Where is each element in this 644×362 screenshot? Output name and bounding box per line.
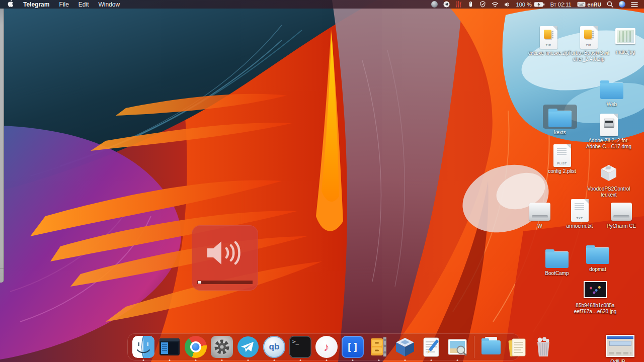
desktop-icon-label: 85b9468b1c085a eef767a…e620.jpg: [571, 303, 619, 315]
folder-icon: [548, 111, 572, 127]
dock-item-finder[interactable]: [132, 335, 155, 358]
menu-file[interactable]: File: [59, 1, 68, 8]
desktop-icon-window-screenshot[interactable]: OdlUB…: [596, 334, 644, 362]
battery-icon: [534, 2, 545, 8]
chrome-icon: [185, 336, 207, 358]
image-file-icon: [615, 28, 635, 44]
finder-icon: [132, 336, 154, 358]
image-file-icon: [584, 281, 607, 298]
dock-item-itunes[interactable]: ♪: [315, 335, 338, 358]
zip-file-icon: ZIP: [540, 26, 557, 49]
documents-stack-icon: [506, 336, 528, 358]
dock-item-file-manager[interactable]: [158, 335, 181, 358]
running-indicator: [405, 359, 406, 361]
input-source-switcher[interactable]: enRU: [577, 2, 601, 8]
desktop-icon-mate-jpg[interactable]: mate.jpg: [601, 24, 644, 55]
downloads-folder-icon: [480, 336, 502, 358]
desktop-icon-label: config 2.plist: [538, 168, 586, 174]
running-indicator: [378, 359, 380, 361]
desktop-icon-armocrm-txt[interactable]: TXT armocrm.txt: [555, 198, 604, 229]
desktop-icon-label: dopmat: [574, 266, 622, 273]
kext-bundle-icon: [599, 163, 618, 183]
dock-item-archiver[interactable]: [367, 335, 390, 358]
desktop-icon-label: OdlUB…: [596, 359, 644, 362]
music-note-icon: ♪: [315, 336, 338, 358]
dock-item-trash[interactable]: [532, 335, 555, 358]
status-mouse-icon[interactable]: [467, 1, 474, 8]
running-indicator: [431, 359, 432, 361]
running-indicator: [143, 359, 144, 361]
running-indicator: [352, 359, 354, 361]
notification-center-icon[interactable]: [631, 2, 638, 8]
textedit-icon: [420, 336, 442, 358]
running-indicator: [300, 359, 301, 361]
plist-file-icon: PLIST: [553, 144, 571, 167]
brackets-icon: []: [342, 336, 364, 358]
dock-item-documents-stack[interactable]: [506, 335, 529, 358]
dock: qb >_ ♪ []: [127, 333, 520, 360]
menu-bar-clock[interactable]: Вт 02:11: [550, 2, 572, 8]
dock-item-brackets[interactable]: []: [341, 335, 364, 358]
dock-item-system-preferences[interactable]: [210, 335, 233, 358]
desktop: Telegram File Edit Window: [0, 0, 644, 362]
menu-edit[interactable]: Edit: [78, 1, 89, 8]
external-drive-icon: [611, 203, 632, 221]
siri-icon[interactable]: [619, 1, 625, 8]
desktop-icon-pycharm-drive[interactable]: PyCharm CE: [597, 198, 644, 229]
qbittorrent-icon: qb: [263, 336, 285, 358]
speaker-icon: [205, 238, 245, 267]
status-volume-icon[interactable]: [504, 2, 511, 8]
folder-icon: [586, 247, 609, 264]
status-telegram-icon[interactable]: [443, 1, 450, 8]
desktop-icon-voodoo-kext[interactable]: VoodooPS2Control ler.kext: [585, 161, 633, 198]
battery-status[interactable]: 100 %: [516, 2, 545, 8]
apple-menu[interactable]: [8, 0, 14, 9]
offscreen-window-edge[interactable]: [0, 9, 4, 283]
desktop-icon-adobe-dmg[interactable]: Adobe-Zii-2_2-for- Adobe-C…C17.dmg: [585, 113, 633, 150]
running-indicator: [326, 359, 328, 361]
keyboard-icon: [577, 2, 586, 7]
desktop-icon-label: Adobe-Zii-2_2-for- Adobe-C…C17.dmg: [585, 138, 633, 150]
dock-item-chrome[interactable]: [184, 335, 207, 358]
dock-item-preview[interactable]: [446, 335, 469, 358]
dock-separator: [474, 336, 474, 358]
running-indicator: [274, 359, 275, 361]
external-drive-icon: [529, 203, 550, 221]
dock-item-virtualbox[interactable]: [393, 335, 417, 358]
volume-level-bar: [197, 281, 253, 284]
menu-window[interactable]: Window: [99, 1, 120, 8]
spotlight-search-icon[interactable]: [607, 1, 613, 8]
status-globe-icon[interactable]: [431, 1, 438, 8]
dock-item-downloads-folder[interactable]: [479, 335, 503, 358]
status-wifi-icon[interactable]: [492, 2, 499, 8]
desktop-icon-jpg-85b9[interactable]: 85b9468b1c085a eef767a…e620.jpg: [571, 278, 619, 315]
battery-percent: 100 %: [516, 2, 532, 8]
desktop-icon-label: Web: [588, 102, 636, 108]
active-app-menu[interactable]: Telegram: [23, 1, 49, 8]
menu-bar: Telegram File Edit Window: [0, 0, 644, 9]
desktop-icon-config-plist[interactable]: PLIST config 2.plist: [538, 143, 586, 174]
dock-item-telegram[interactable]: [236, 335, 260, 358]
running-indicator: [457, 359, 458, 361]
desktop-icon-label: armocrm.txt: [555, 223, 604, 229]
desktop-icon-label: kexts: [536, 130, 584, 136]
desktop-icon-web-folder[interactable]: Web: [588, 76, 636, 108]
running-indicator: [195, 359, 197, 361]
folder-icon: [600, 82, 623, 99]
folder-icon: [545, 251, 569, 268]
trash-icon: [532, 336, 554, 358]
dock-item-textedit[interactable]: [420, 335, 443, 358]
dock-item-terminal[interactable]: >_: [289, 335, 312, 358]
status-claw-icon[interactable]: [455, 1, 462, 8]
terminal-icon: >_: [289, 336, 311, 358]
dock-item-qbittorrent[interactable]: qb: [263, 335, 286, 358]
dmg-file-icon: [600, 114, 618, 136]
desktop-icon-dopmat-folder[interactable]: dopmat: [574, 241, 622, 273]
volume-hud: [192, 225, 258, 291]
window-screenshot-icon: [606, 335, 634, 357]
desktop-icon-kexts-folder[interactable]: kexts: [536, 105, 584, 136]
desktop-icon-label: VoodooPS2Control ler.kext: [585, 186, 633, 198]
archive-utility-icon: [368, 336, 390, 358]
status-shield-icon[interactable]: [479, 1, 486, 8]
window-divider: [0, 268, 4, 269]
